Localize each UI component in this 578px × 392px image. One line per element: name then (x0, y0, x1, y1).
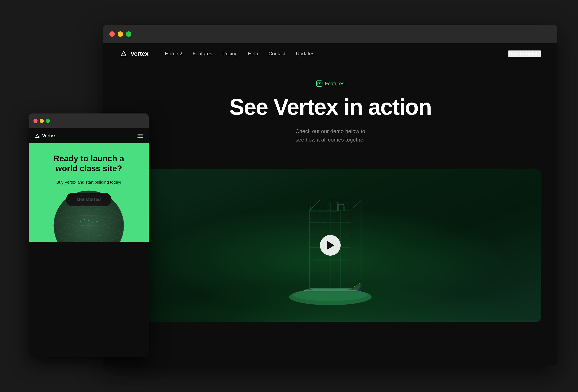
mobile-title-line2: world class site? (55, 164, 122, 173)
hero-subtitle-line1: Check out our demo below to (295, 128, 365, 134)
svg-point-40 (84, 219, 85, 220)
svg-rect-21 (338, 205, 344, 211)
video-container[interactable] (120, 169, 541, 322)
svg-rect-18 (318, 203, 323, 211)
hero-section: Features See Vertex in action Check out … (103, 64, 557, 169)
svg-point-44 (82, 225, 83, 226)
svg-marker-3 (319, 83, 320, 84)
mobile-minimize-button[interactable] (40, 119, 44, 123)
svg-point-42 (93, 222, 93, 223)
mobile-browser: Vertex Ready to launch a world class sit… (29, 113, 149, 357)
mobile-maximize-button[interactable] (46, 119, 50, 123)
hero-title: See Vertex in action (120, 95, 541, 119)
mobile-title-line1: Ready to launch a (53, 154, 124, 163)
svg-point-43 (96, 220, 98, 222)
hero-subtitle: Check out our demo below to see how it a… (258, 127, 402, 144)
nav-link-features[interactable]: Features (193, 51, 212, 56)
hamburger-line-2 (138, 135, 143, 136)
svg-rect-19 (324, 201, 328, 211)
mobile-close-button[interactable] (33, 119, 38, 123)
site-nav: Vertex Home 2 Features Pricing Help Cont… (103, 43, 557, 64)
mobile-logo-icon (35, 133, 40, 138)
nav-link-pricing[interactable]: Pricing (223, 51, 238, 56)
mobile-nav: Vertex (29, 128, 149, 143)
badge-icon (316, 81, 322, 87)
nav-logo: Vertex (120, 50, 148, 58)
svg-marker-7 (351, 200, 361, 289)
mobile-logo: Vertex (35, 133, 56, 138)
mobile-hero-subtitle: Buy Vertex and start building today! (56, 179, 121, 185)
nav-link-home2[interactable]: Home 2 (165, 51, 182, 56)
close-button[interactable] (109, 31, 115, 37)
desktop-browser: Vertex Home 2 Features Pricing Help Cont… (103, 25, 557, 365)
svg-rect-17 (311, 206, 317, 211)
maximize-button[interactable] (126, 31, 131, 37)
vertex-logo-icon (120, 50, 128, 58)
mobile-website-content: Vertex Ready to launch a world class sit… (29, 128, 149, 357)
svg-point-41 (88, 220, 89, 221)
mobile-hero-section: Ready to launch a world class site? Buy … (29, 143, 149, 242)
hamburger-menu-button[interactable] (138, 134, 143, 138)
hero-subtitle-line2: see how it all comes together (296, 136, 365, 143)
svg-rect-20 (330, 202, 337, 211)
use-template-button[interactable]: Use Template (508, 50, 541, 57)
nav-link-updates[interactable]: Updates (296, 51, 314, 56)
svg-point-45 (91, 225, 91, 226)
nav-link-help[interactable]: Help (248, 51, 258, 56)
features-badge: Features (316, 81, 344, 87)
badge-text: Features (325, 81, 344, 87)
nav-link-contact[interactable]: Contact (269, 51, 286, 56)
svg-point-39 (80, 221, 81, 222)
play-button[interactable] (320, 235, 341, 256)
minimize-button[interactable] (118, 31, 123, 37)
mobile-hero-title: Ready to launch a world class site? (53, 154, 124, 173)
svg-rect-22 (344, 206, 350, 211)
mobile-logo-text: Vertex (42, 133, 56, 138)
hamburger-line-1 (138, 134, 143, 134)
nav-links: Home 2 Features Pricing Help Contact Upd… (165, 51, 508, 56)
desktop-titlebar (103, 25, 557, 43)
svg-marker-6 (310, 200, 361, 210)
play-icon (327, 241, 335, 249)
nav-logo-text: Vertex (131, 50, 148, 57)
website-content: Vertex Home 2 Features Pricing Help Cont… (103, 43, 557, 365)
hamburger-line-3 (138, 137, 143, 138)
mobile-titlebar (29, 113, 149, 128)
globe-graphic (52, 189, 126, 242)
